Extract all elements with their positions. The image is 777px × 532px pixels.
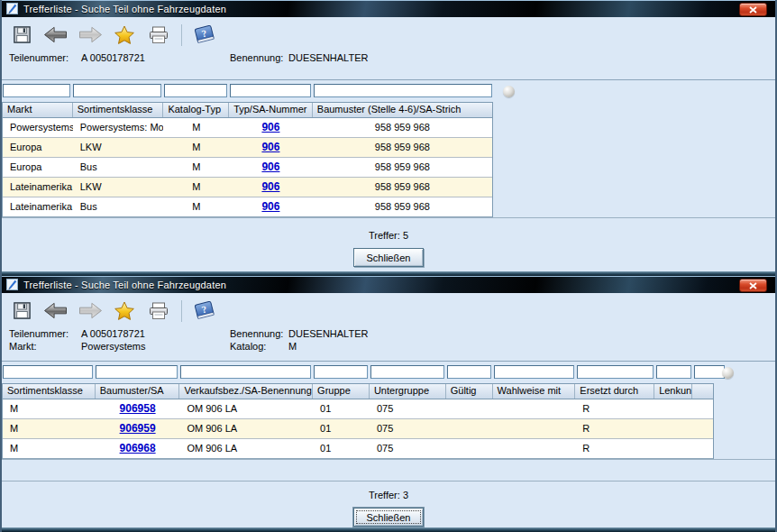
- header-cell[interactable]: Sortimentsklasse: [73, 103, 164, 117]
- schliessen-button[interactable]: Schließen: [353, 248, 424, 267]
- table-cell: M: [163, 118, 229, 137]
- field-value: DUESENHALTER: [288, 328, 775, 340]
- filter-input-wahlweise-mit[interactable]: [494, 365, 574, 379]
- header-cell[interactable]: Gruppe: [313, 384, 370, 399]
- part-link[interactable]: 906958: [120, 402, 156, 415]
- table-cell: 906: [229, 138, 313, 157]
- header-cell[interactable]: Baumuster/SA: [96, 384, 180, 399]
- table-cell: 906959: [96, 419, 180, 438]
- back-button[interactable]: [41, 298, 70, 325]
- filter-input-markt[interactable]: [3, 84, 70, 97]
- filter-input-baumuster[interactable]: [314, 84, 492, 97]
- field-label: Katalog:: [230, 341, 288, 353]
- table-cell: 906: [229, 197, 313, 216]
- table-cell: 906958: [96, 399, 180, 418]
- filter-input-sortimentsklasse[interactable]: [73, 84, 161, 97]
- x-icon: [749, 6, 757, 14]
- filter-input-ersetzt-durch[interactable]: [577, 365, 654, 379]
- table-row[interactable]: M 906968 OM 906 LA 01 075 R: [3, 439, 713, 459]
- table-cell: M: [3, 439, 96, 458]
- table-cell: 01: [313, 399, 370, 418]
- table-cell: [692, 419, 713, 438]
- table-cell: Lateinamerika: [3, 178, 73, 197]
- part-link[interactable]: 906: [261, 121, 279, 133]
- table-cell: 906: [229, 118, 313, 137]
- close-button[interactable]: [739, 3, 767, 16]
- header-cell[interactable]: Markt: [3, 103, 73, 117]
- title-bar[interactable]: Trefferliste - Suche Teil ohne Fahrzeugd…: [2, 276, 775, 293]
- header-cell[interactable]: Typ/SA-Nummer: [229, 103, 313, 117]
- star-icon: [113, 300, 136, 322]
- schliessen-button[interactable]: Schließen: [353, 508, 424, 527]
- part-link[interactable]: 906968: [120, 442, 156, 454]
- window-title: Trefferliste - Suche Teil ohne Fahrzeugd…: [23, 280, 226, 290]
- table-row[interactable]: Lateinamerika LKW M 906 958 959 968: [3, 178, 492, 197]
- table-cell: Bus: [73, 197, 164, 216]
- forward-button[interactable]: [76, 298, 105, 325]
- table-row[interactable]: M 906959 OM 906 LA 01 075 R: [3, 419, 713, 439]
- table-cell: [692, 399, 713, 418]
- table-cell: OM 906 LA: [179, 419, 313, 438]
- part-link[interactable]: 906: [261, 141, 279, 153]
- filter-input-typ-sa-nummer[interactable]: [230, 84, 311, 97]
- forward-button[interactable]: [76, 22, 105, 49]
- filter-panel: Markt Sortimentsklasse Katalog-Typ Typ/S…: [2, 79, 775, 218]
- print-button[interactable]: [144, 22, 173, 49]
- table-row[interactable]: Powersystems Powersystems: Motor M 906 9…: [3, 118, 492, 138]
- header-cell[interactable]: Wahlweise mit: [493, 384, 576, 399]
- header-cell[interactable]: Gültig: [446, 384, 493, 399]
- part-link[interactable]: 906959: [120, 422, 156, 435]
- header-fields: Teilenummer: A 0050178721 Benennung: DUE…: [2, 49, 775, 64]
- table-cell: Powersystems: [3, 118, 73, 137]
- table-cell: Powersystems: Motor: [73, 118, 164, 137]
- treffer-count: Treffer: 5: [2, 230, 775, 241]
- header-cell[interactable]: Sortimentsklasse: [3, 384, 96, 399]
- app-icon: [6, 279, 18, 292]
- filter-input-katalog-typ[interactable]: [164, 84, 227, 97]
- help-button[interactable]: ?: [190, 298, 219, 325]
- table-row[interactable]: Europa LKW M 906 958 959 968: [3, 138, 492, 158]
- save-button[interactable]: [7, 298, 36, 325]
- part-link[interactable]: 906: [261, 161, 279, 173]
- title-bar[interactable]: Trefferliste - Suche Teil ohne Fahrzeugd…: [2, 0, 775, 17]
- header-cell[interactable]: Lenkung: [654, 384, 692, 399]
- favorites-button[interactable]: [110, 22, 139, 49]
- filter-input-lenkung[interactable]: [656, 365, 691, 379]
- table-cell: Europa: [3, 138, 73, 157]
- toolbar-separator: [181, 300, 182, 322]
- filter-input-gueltig[interactable]: [447, 365, 491, 379]
- filter-input-baumuster-sa[interactable]: [96, 365, 178, 379]
- filter-input-verkaufsbez[interactable]: [180, 365, 311, 379]
- close-button[interactable]: [739, 279, 767, 292]
- header-cell[interactable]: [692, 384, 713, 399]
- table-cell: 958 959 968: [313, 197, 492, 216]
- arrow-left-icon: [42, 24, 69, 45]
- header-cell[interactable]: Verkaufsbez./SA-Benennung: [179, 384, 313, 399]
- header-cell[interactable]: Untergruppe: [370, 384, 446, 399]
- filter-input-untergruppe[interactable]: [370, 365, 444, 379]
- favorites-button[interactable]: [110, 298, 139, 325]
- table-cell: [446, 419, 493, 438]
- back-button[interactable]: [41, 22, 70, 49]
- table-cell: 075: [370, 399, 446, 418]
- filter-input-extra[interactable]: [694, 365, 725, 379]
- header-cell[interactable]: Baumuster (Stelle 4-6)/SA-Strich: [313, 103, 492, 117]
- header-cell[interactable]: Ersetzt durch: [575, 384, 654, 399]
- filter-input-sortimentsklasse[interactable]: [3, 365, 93, 379]
- table-row[interactable]: Europa Bus M 906 958 959 968: [3, 158, 492, 178]
- part-link[interactable]: 906: [261, 180, 279, 193]
- results-table: Sortimentsklasse Baumuster/SA Verkaufsbe…: [2, 383, 714, 459]
- table-row[interactable]: Lateinamerika Bus M 906 958 959 968: [3, 197, 492, 217]
- table-cell: [654, 439, 692, 458]
- save-button[interactable]: [7, 22, 36, 49]
- filter-input-gruppe[interactable]: [314, 365, 368, 379]
- table-cell: [692, 439, 713, 458]
- part-link[interactable]: 906: [261, 200, 279, 213]
- header-cell[interactable]: Katalog-Typ: [163, 103, 229, 117]
- help-button[interactable]: ?: [190, 22, 219, 49]
- table-cell: LKW: [73, 178, 164, 197]
- table-row[interactable]: M 906958 OM 906 LA 01 075 R: [3, 399, 713, 419]
- field-value: A 0050178721: [81, 328, 230, 340]
- trefferliste-window-2: Trefferliste - Suche Teil ohne Fahrzeugd…: [0, 276, 777, 532]
- print-button[interactable]: [144, 298, 173, 325]
